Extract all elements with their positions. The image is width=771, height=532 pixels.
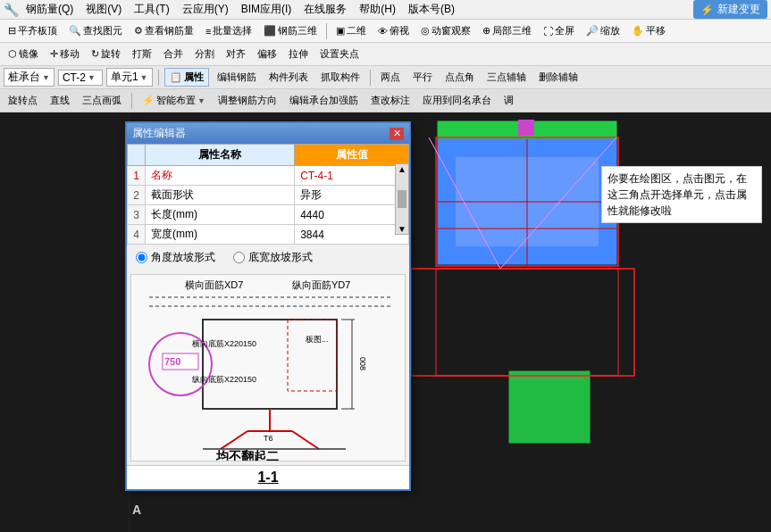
btn-three-axis[interactable]: 三点辅轴 (482, 69, 531, 86)
btn-component-list[interactable]: 构件列表 (264, 69, 313, 86)
tooltip-box: 你要在绘图区，点击图元，在这三角点开选择单元，点击属性就能修改啦 (601, 166, 762, 223)
row4-value[interactable]: 3844 (295, 225, 409, 245)
menu-bar: 🔧 钢筋量(Q) 视图(V) 工具(T) 云应用(Y) BIM应用(I) 在线服… (0, 0, 771, 20)
toolbar-view-rebar[interactable]: ⚙ 查看钢筋量 (130, 22, 198, 39)
btn-apply-same[interactable]: 应用到同名承台 (418, 92, 496, 109)
scroll-down[interactable]: ▼ (396, 224, 408, 234)
row3-value[interactable]: 4440 (295, 205, 409, 225)
btn-line[interactable]: 直线 (46, 92, 74, 109)
menu-online[interactable]: 在线服务 (298, 0, 352, 19)
dropdown-type[interactable]: 桩承台 ▼ (4, 68, 54, 87)
flat-top-icon: ⊟ (8, 25, 16, 37)
mirror-icon: ⬡ (8, 48, 17, 60)
toolbar4: 旋转点 直线 三点画弧 ⚡ 智能布置 ▼ 调整钢筋方向 编辑承台加强筋 查改标注… (0, 89, 771, 112)
dialog-close-button[interactable]: ✕ (390, 128, 404, 140)
toolbar-clamp[interactable]: 设置夹点 (315, 46, 364, 62)
toolbar-rotate[interactable]: ↻ 旋转 (87, 46, 125, 62)
table-row: 4 宽度(mm) 3844 (128, 225, 409, 245)
btn-smart-layout[interactable]: ⚡ 智能布置 ▼ (138, 92, 210, 109)
scroll-thumb[interactable] (398, 190, 406, 208)
menu-bim[interactable]: BIM应用(I) (236, 0, 298, 19)
toolbar-break[interactable]: 打斯 (128, 46, 156, 62)
property-dialog: 属性编辑器 ✕ 属性名称 属性值 1 名称 CT-4-1 (125, 121, 411, 491)
row2-value[interactable]: 异形 (295, 186, 409, 205)
radio-width[interactable]: 底宽放坡形式 (233, 250, 313, 265)
row3-name: 长度(mm) (146, 205, 295, 225)
toolbar-stretch[interactable]: 拉伸 (284, 46, 313, 62)
property-icon: 📋 (170, 71, 182, 83)
toolbar-partial-3d[interactable]: ⊕ 局部三维 (478, 22, 536, 39)
toolbar-split[interactable]: 分割 (190, 46, 219, 62)
top-view-icon: 👁 (378, 26, 388, 37)
menu-version[interactable]: 版本号(B) (403, 0, 460, 19)
new-change-label: 新建变更 (717, 2, 760, 17)
svg-text:A: A (132, 503, 141, 517)
dropdown3-arrow: ▼ (140, 73, 148, 82)
btn-edit-strengthen[interactable]: 编辑承台加强筋 (285, 92, 363, 109)
row4-name: 宽度(mm) (146, 225, 295, 245)
dynamic-icon: ◎ (421, 25, 430, 37)
toolbar-2d[interactable]: ▣ 二维 (331, 22, 371, 39)
btn-point-angle[interactable]: 点点角 (440, 69, 479, 86)
app-icon: 🔧 (4, 3, 19, 17)
drawing-section: 横向面筋XD7 纵向面筋YD7 750 横向底筋X220150 (130, 274, 406, 461)
btn-delete-aux[interactable]: 删除辅轴 (534, 69, 582, 86)
toolbar-find-element[interactable]: 🔍 查找图元 (64, 22, 127, 39)
toolbar-top-view[interactable]: 👁 俯视 (373, 22, 414, 39)
sep3 (370, 70, 371, 86)
toolbar-move[interactable]: ✛ 移动 (46, 46, 84, 62)
toolbar-fullscreen[interactable]: ⛶ 全屏 (539, 22, 579, 39)
toolbar3: 桩承台 ▼ CT-2 ▼ 单元1 ▼ 📋 属性 编辑钢筋 构件列表 抓取构件 两… (0, 66, 771, 89)
smart-icon: ⚡ (142, 95, 155, 106)
toolbar-batch-select[interactable]: ≡ 批量选择 (201, 22, 256, 39)
dropdown-element[interactable]: CT-2 ▼ (58, 70, 103, 86)
find-icon: 🔍 (69, 25, 81, 37)
menu-help[interactable]: 帮助(H) (354, 0, 401, 19)
btn-check-mark[interactable]: 查改标注 (366, 92, 415, 109)
radio-width-input[interactable] (233, 252, 245, 263)
dropdown-unit[interactable]: 单元1 ▼ (106, 68, 153, 87)
toolbar-zoom[interactable]: 🔎 缩放 (582, 22, 624, 39)
btn-edit-rebar[interactable]: 编辑钢筋 (213, 69, 261, 86)
btn-rotate-pt[interactable]: 旋转点 (4, 92, 42, 109)
radio-angle-input[interactable] (136, 252, 147, 263)
fullscreen-icon: ⛶ (543, 26, 553, 37)
toolbar-3d-rebar[interactable]: ⬛ 钢筋三维 (259, 22, 322, 39)
toolbar-dynamic-view[interactable]: ◎ 动窗观察 (416, 22, 475, 39)
menu-rebars[interactable]: 钢筋量(Q) (21, 0, 79, 19)
table-row: 1 名称 CT-4-1 (128, 166, 409, 186)
svg-text:板图...: 板图... (305, 335, 329, 344)
row1-value[interactable]: CT-4-1 (295, 166, 409, 186)
dialog-title: 属性编辑器 (132, 126, 186, 141)
toolbar-flat-top[interactable]: ⊟ 平齐板顶 (4, 22, 62, 39)
zoom-icon: 🔎 (586, 25, 599, 37)
main-cad-area[interactable]: E D C B A 你要在绘图区，点击图元，在这三角点开选择单元，点击属性就能修… (0, 112, 771, 532)
btn-extract[interactable]: 抓取构件 (316, 69, 365, 86)
table-row: 3 长度(mm) 4440 (128, 205, 409, 225)
toolbar-mirror[interactable]: ⬡ 镜像 (4, 46, 43, 62)
dropdown1-arrow: ▼ (42, 73, 50, 82)
toolbar-pan[interactable]: ✋ 平移 (627, 22, 670, 39)
toolbar-align[interactable]: 对齐 (222, 46, 250, 62)
menu-cloud[interactable]: 云应用(Y) (177, 0, 234, 19)
batch-icon: ≡ (205, 26, 211, 37)
svg-text:T6: T6 (264, 434, 273, 443)
drawing-svg: 横向面筋XD7 纵向面筋YD7 750 横向底筋X220150 (131, 275, 406, 461)
btn-property[interactable]: 📋 属性 (164, 68, 209, 87)
menu-tools[interactable]: 工具(T) (129, 0, 174, 19)
toolbar-offset[interactable]: 偏移 (253, 46, 281, 62)
scroll-up[interactable]: ▲ (396, 164, 408, 174)
new-change-button[interactable]: ⚡ 新建变更 (693, 0, 767, 19)
btn-parallel[interactable]: 平行 (408, 69, 437, 86)
col-num-header (128, 145, 146, 166)
scrollbar[interactable]: ▲ ▼ (395, 163, 409, 235)
btn-adjust2[interactable]: 调 (499, 92, 518, 109)
svg-rect-4 (518, 120, 534, 136)
radio-angle[interactable]: 角度放坡形式 (136, 250, 215, 265)
menu-view[interactable]: 视图(V) (80, 0, 127, 19)
toolbar-merge[interactable]: 合并 (159, 46, 188, 62)
btn-arc[interactable]: 三点画弧 (78, 92, 126, 109)
btn-two-pts[interactable]: 两点 (376, 69, 405, 86)
btn-adjust-dir[interactable]: 调整钢筋方向 (214, 92, 281, 109)
partial-3d-icon: ⊕ (482, 25, 490, 37)
